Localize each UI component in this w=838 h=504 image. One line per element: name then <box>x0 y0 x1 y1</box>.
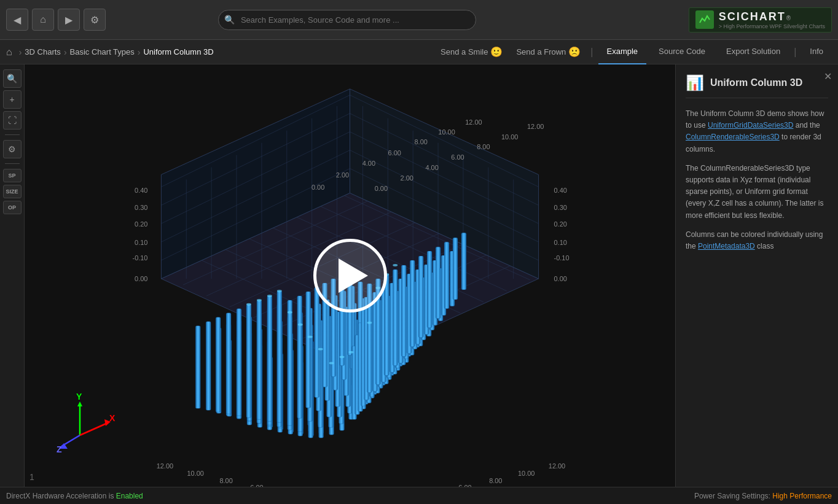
svg-rect-205 <box>444 242 449 309</box>
svg-point-224 <box>277 290 282 292</box>
smile-icon: 🙂 <box>490 46 503 58</box>
svg-text:4.00: 4.00 <box>362 160 375 167</box>
sidebar-divider <box>5 134 20 135</box>
breadcrumb-sep-1: › <box>64 47 67 57</box>
chart-icon: 📊 <box>686 74 704 91</box>
op-button[interactable]: OP <box>3 201 22 214</box>
svg-point-217 <box>340 356 345 359</box>
svg-text:-0.10: -0.10 <box>554 254 570 262</box>
svg-text:0.00: 0.00 <box>375 185 388 192</box>
tab-divider-1: | <box>589 47 594 58</box>
zoom-button[interactable]: 🔍 <box>3 69 22 88</box>
frown-label: Send a Frown <box>516 47 566 56</box>
breadcrumb-3d-charts[interactable]: 3D Charts <box>25 47 61 56</box>
svg-text:0.30: 0.30 <box>554 204 567 211</box>
svg-point-221 <box>308 336 313 338</box>
svg-point-218 <box>329 362 334 365</box>
top-toolbar: ◀ ⌂ ▶ ⚙ 🔍 SCICHART ® > High Performance … <box>0 0 838 40</box>
svg-text:0.00: 0.00 <box>554 275 567 282</box>
svg-text:0.40: 0.40 <box>554 187 567 194</box>
search-input[interactable] <box>218 10 476 30</box>
status-right: Power Saving Settings: High Performance <box>694 492 832 500</box>
svg-text:0.20: 0.20 <box>135 220 147 228</box>
play-triangle-icon <box>339 258 368 293</box>
smile-label: Send a Smile <box>441 47 488 56</box>
breadcrumb-basic-chart-types[interactable]: Basic Chart Types <box>70 47 135 56</box>
back-button[interactable]: ◀ <box>6 9 28 31</box>
settings-button[interactable]: ⚙ <box>84 9 106 31</box>
breadcrumb-uniform-column-3d: Uniform Column 3D <box>143 47 213 56</box>
breadcrumb-sep-0: › <box>19 47 22 57</box>
svg-rect-212 <box>237 309 241 416</box>
svg-text:6.00: 6.00 <box>388 149 401 157</box>
logo-reg: ® <box>786 15 791 21</box>
status-enabled: Enabled <box>116 492 143 500</box>
sp-button[interactable]: SP <box>3 169 22 182</box>
svg-rect-213 <box>226 313 231 414</box>
logo-box: SCICHART ® > High Performance WPF Silver… <box>689 7 832 33</box>
svg-rect-204 <box>436 247 441 319</box>
svg-text:8.00: 8.00 <box>414 138 427 145</box>
svg-rect-136 <box>288 300 292 425</box>
svg-text:8.00: 8.00 <box>219 477 232 484</box>
svg-rect-199 <box>393 269 397 366</box>
nav-buttons: ◀ ⌂ ▶ ⚙ <box>6 9 106 31</box>
status-high-performance: High Performance <box>772 492 832 500</box>
svg-rect-203 <box>427 251 432 328</box>
breadcrumb-home[interactable]: ⌂ <box>6 47 12 58</box>
svg-rect-207 <box>461 233 466 290</box>
axis-indicator: Y X Z <box>55 392 117 456</box>
send-smile-button[interactable]: Send a Smile 🙂 <box>436 44 507 60</box>
svg-text:Z: Z <box>57 444 62 454</box>
svg-rect-142 <box>315 287 319 397</box>
point-metadata-link[interactable]: PointMetadata3D <box>698 242 755 250</box>
tab-example[interactable]: Example <box>598 40 647 64</box>
svg-text:0.00: 0.00 <box>311 184 324 191</box>
size-button[interactable]: SIZE <box>3 185 22 198</box>
status-bar: DirectX Hardware Acceleration is Enabled… <box>0 487 838 504</box>
svg-point-220 <box>318 348 323 351</box>
info-panel-header: 📊 Uniform Column 3D ✕ <box>686 74 828 98</box>
search-icon: 🔍 <box>224 15 235 25</box>
svg-rect-209 <box>267 296 272 421</box>
svg-text:12.00: 12.00 <box>527 123 544 130</box>
gear-button[interactable]: ⚙ <box>3 140 22 158</box>
svg-point-222 <box>298 324 303 326</box>
logo-area: SCICHART ® > High Performance WPF Silver… <box>689 7 832 33</box>
svg-rect-216 <box>195 326 200 409</box>
svg-point-228 <box>367 322 372 324</box>
svg-text:0.10: 0.10 <box>135 239 147 246</box>
status-left: DirectX Hardware Acceleration is Enabled <box>6 492 143 500</box>
send-frown-button[interactable]: Send a Frown 🙁 <box>511 44 585 60</box>
svg-text:10.00: 10.00 <box>187 470 204 477</box>
fullscreen-button[interactable]: ⛶ <box>3 111 22 130</box>
svg-text:12.00: 12.00 <box>549 462 565 470</box>
svg-text:10.00: 10.00 <box>518 470 535 477</box>
column-renderable-link[interactable]: ColumnRenderableSeries3D <box>686 133 780 141</box>
search-bar: 🔍 <box>218 10 476 30</box>
frown-icon: 🙁 <box>568 46 581 58</box>
home-button[interactable]: ⌂ <box>32 9 54 31</box>
close-info-panel-button[interactable]: ✕ <box>824 71 832 82</box>
svg-text:12.00: 12.00 <box>465 118 482 126</box>
play-button[interactable] <box>313 239 387 312</box>
svg-rect-138 <box>297 296 302 418</box>
info-paragraph-3: Columns can be colored individually usin… <box>686 229 828 252</box>
svg-text:2.00: 2.00 <box>336 171 349 179</box>
svg-line-234 <box>80 423 108 435</box>
tab-info[interactable]: Info <box>801 40 832 64</box>
add-button[interactable]: + <box>3 90 22 109</box>
svg-point-225 <box>267 295 272 297</box>
uniform-grid-link[interactable]: UniformGridDataSeries3D <box>708 121 793 130</box>
forward-button[interactable]: ▶ <box>58 9 80 31</box>
logo-text-area: SCICHART ® > High Performance WPF Silver… <box>719 10 825 29</box>
tab-export-solution[interactable]: Export Solution <box>718 40 789 64</box>
logo-text: SCICHART <box>719 10 786 23</box>
svg-text:0.10: 0.10 <box>554 239 567 246</box>
breadcrumb-sep-2: › <box>138 47 141 57</box>
svg-rect-211 <box>246 304 251 417</box>
sidebar-divider-2 <box>5 163 20 164</box>
tab-source-code[interactable]: Source Code <box>650 40 714 64</box>
svg-rect-214 <box>216 317 221 413</box>
svg-text:6.00: 6.00 <box>451 153 464 161</box>
